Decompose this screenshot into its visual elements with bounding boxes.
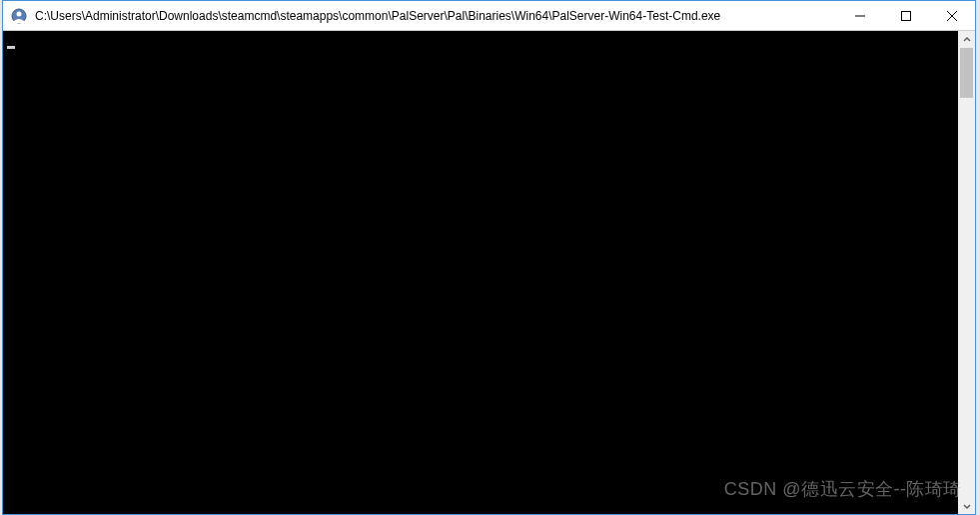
maximize-button[interactable]: [883, 1, 929, 30]
vertical-scrollbar[interactable]: [958, 31, 975, 514]
scroll-thumb[interactable]: [960, 48, 973, 98]
minimize-icon: [855, 11, 865, 21]
window-title: C:\Users\Administrator\Downloads\steamcm…: [33, 9, 837, 23]
application-window: C:\Users\Administrator\Downloads\steamcm…: [2, 0, 976, 515]
window-controls: [837, 1, 975, 30]
close-button[interactable]: [929, 1, 975, 30]
svg-rect-3: [902, 11, 911, 20]
app-icon: [11, 8, 27, 24]
scroll-track[interactable]: [958, 48, 975, 497]
minimize-button[interactable]: [837, 1, 883, 30]
console-container: [3, 31, 975, 514]
titlebar[interactable]: C:\Users\Administrator\Downloads\steamcm…: [3, 1, 975, 31]
cursor: [7, 46, 15, 49]
chevron-down-icon: [963, 502, 971, 510]
maximize-icon: [901, 11, 911, 21]
chevron-up-icon: [963, 36, 971, 44]
svg-point-1: [17, 11, 22, 16]
close-icon: [947, 11, 957, 21]
scroll-down-button[interactable]: [958, 497, 975, 514]
console-output[interactable]: [3, 31, 958, 514]
scroll-up-button[interactable]: [958, 31, 975, 48]
